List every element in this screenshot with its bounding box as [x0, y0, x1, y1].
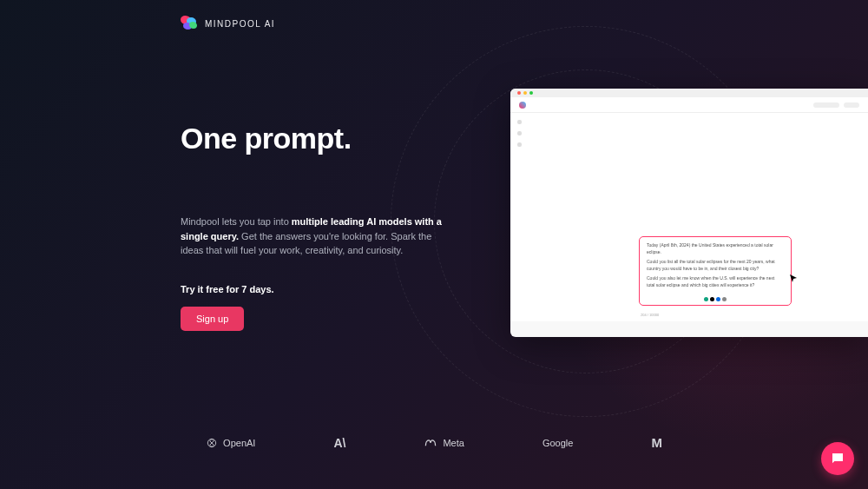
partner-meta: Meta [424, 438, 464, 448]
partner-label: A\ [333, 436, 345, 450]
chat-icon [830, 451, 845, 466]
mockup-char-count: 204 / 10000 [641, 313, 659, 317]
brand-name: MINDPOOL AI [205, 19, 275, 29]
partner-openai: OpenAI [206, 437, 255, 449]
partner-google: Google [542, 438, 573, 448]
hero-section: One prompt. Mindpool lets you tap into m… [181, 122, 450, 331]
logo-icon [181, 16, 198, 31]
trial-text: Try it free for 7 days. [181, 284, 450, 294]
partner-label: Google [542, 438, 573, 448]
mockup-sidebar [510, 113, 528, 321]
signup-button[interactable]: Sign up [181, 307, 244, 331]
mockup-window-controls [510, 89, 868, 97]
openai-icon [206, 437, 218, 449]
partner-anthropic: A\ [333, 436, 345, 450]
model-selector-dots [704, 297, 727, 301]
partner-mistral: M [651, 435, 662, 450]
mockup-prompt-input: Today (April 8th, 2024) the United State… [639, 236, 792, 306]
prompt-line-3: Could you also let me know when the U.S.… [647, 275, 784, 288]
header: MINDPOOL AI [181, 16, 275, 31]
description: Mindpool lets you tap into multiple lead… [181, 215, 450, 258]
headline: One prompt. [181, 122, 450, 155]
partners-row: OpenAI A\ Meta Google M [0, 435, 868, 450]
app-mockup: Today (April 8th, 2024) the United State… [510, 89, 868, 337]
desc-pre: Mindpool lets you tap into [181, 216, 292, 227]
cursor-icon [790, 271, 799, 280]
meta-icon [424, 439, 437, 447]
prompt-line-2: Could you list all the total solar eclip… [647, 259, 784, 272]
chat-button[interactable] [821, 442, 854, 475]
mockup-header [510, 97, 868, 113]
partner-label: Meta [443, 438, 464, 448]
prompt-line-1: Today (April 8th, 2024) the United State… [647, 242, 784, 255]
mockup-body: Today (April 8th, 2024) the United State… [510, 113, 868, 321]
partner-label: M [651, 435, 662, 450]
mockup-logo-icon [519, 102, 526, 109]
partner-label: OpenAI [223, 438, 255, 448]
